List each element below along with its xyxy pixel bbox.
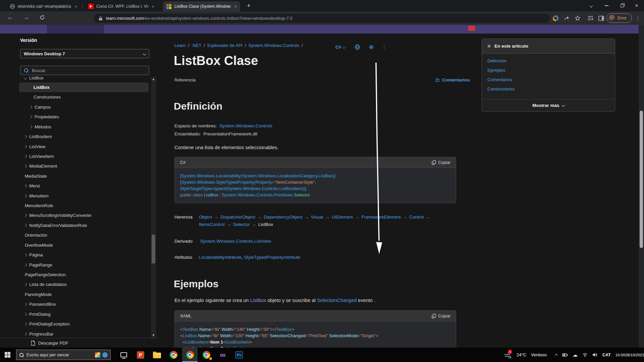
inheritance-link[interactable]: ItemsControl [199, 222, 225, 227]
tab-close-icon[interactable]: × [74, 4, 77, 9]
photoshop-taskbar-button[interactable]: Ps [231, 348, 247, 362]
sidebar-tree-item[interactable]: ListBox [19, 82, 149, 92]
intro-link[interactable]: ListBox [250, 298, 266, 303]
sidebar-search-input[interactable]: Buscar [20, 66, 149, 75]
chrome-taskbar-button[interactable] [199, 348, 214, 362]
start-button[interactable] [5, 352, 10, 358]
derived-link[interactable]: System.Windows.Controls.ListView [200, 239, 271, 244]
copy-button[interactable]: Copiar [432, 314, 450, 318]
taskbar-search-input[interactable]: Escriu aquí per cercar [16, 350, 111, 360]
show-more-button[interactable]: Mostrar más [482, 99, 615, 111]
sidebar-tree-item[interactable]: ListView [19, 142, 149, 152]
keyboard-language-indicator[interactable]: CAT [602, 353, 611, 357]
sidebar-tree-item[interactable]: Propiedades [19, 112, 149, 122]
sidebar-tree-item[interactable]: Métodos [19, 122, 149, 132]
sidebar-tree-item[interactable]: ListBox [19, 76, 149, 83]
back-icon[interactable]: ← [7, 14, 13, 21]
inheritance-link[interactable]: Visual [311, 215, 323, 220]
sidebar-tree-item[interactable]: NotifyDataErrorValidationRule [19, 221, 149, 230]
inheritance-link[interactable]: Control [409, 215, 424, 220]
tab-close-icon[interactable]: × [234, 4, 237, 9]
sidebar-tree-item[interactable]: PanningMode [19, 290, 149, 299]
volume-icon[interactable] [592, 353, 598, 357]
sidebar-tree-item[interactable]: PasswordBox [19, 299, 149, 309]
sidebar-tree-item[interactable]: PrintDialog [19, 309, 149, 319]
sidebar-tree-item[interactable]: Campos [19, 102, 149, 112]
sidebar-tree-item[interactable]: MediaState [19, 171, 149, 181]
breadcrumb-link[interactable]: .NET [192, 43, 202, 48]
sidebar-tree-item[interactable]: Menú [19, 181, 149, 191]
sidebar-tree-item[interactable]: Página [19, 250, 149, 260]
attribute-link[interactable]: LocalizabilityAttribute [199, 255, 241, 260]
inheritance-link[interactable]: DispatcherObject [221, 215, 256, 220]
window-close-button[interactable]: × [630, 0, 643, 11]
scroll-down-icon[interactable]: ▼ [151, 334, 156, 337]
language-selector[interactable]: C# [335, 45, 341, 50]
battery-icon[interactable] [562, 353, 568, 357]
sidebar-tree-item[interactable]: PageRangeSelection [19, 270, 149, 280]
tray-chevron-up-icon[interactable] [555, 353, 557, 357]
onedrive-cloud-icon[interactable]: ☁ [573, 352, 578, 358]
toc-link[interactable]: Ejemplos [487, 68, 609, 73]
wifi-icon[interactable] [582, 353, 588, 357]
browser-menu-icon[interactable]: ⋮ [635, 15, 640, 21]
side-panel-icon[interactable] [598, 15, 604, 21]
sidebar-tree-item[interactable]: OverflowMode [19, 240, 149, 250]
task-view-taskbar-button[interactable] [116, 348, 131, 362]
inheritance-link[interactable]: FrameworkElement [361, 215, 400, 220]
visual-studio-taskbar-button[interactable]: ∞ [215, 348, 230, 362]
sidebar-tree-item[interactable]: Orientación [19, 230, 149, 240]
breadcrumb-link[interactable]: Learn [174, 43, 185, 48]
breadcrumb-link[interactable]: System.Windows.Controls [249, 43, 300, 48]
bookmark-star-icon[interactable] [574, 15, 581, 21]
sidebar-tree-item[interactable]: MenuItemRole [19, 201, 149, 210]
inheritance-link[interactable]: DependencyObject [264, 215, 303, 220]
sidebar-tree-item[interactable]: Constructores [19, 92, 149, 102]
browser-tab[interactable]: Curso C#. WPF. ListBox I. Vídeo 8× [85, 1, 158, 11]
share-icon[interactable] [564, 15, 570, 21]
toc-link[interactable]: Definición [487, 58, 609, 63]
page-scrollbar[interactable] [639, 25, 644, 348]
sidebar-tree-item[interactable]: Lista de candidatos [19, 280, 149, 289]
download-pdf-button[interactable]: Descargar PDF [0, 338, 158, 348]
globe-icon[interactable] [355, 44, 360, 50]
clock[interactable]: 16:00 28/10/2023 [615, 353, 644, 357]
inheritance-link[interactable]: Selector [233, 222, 250, 227]
sidebar-tree-item[interactable]: MenuItem [19, 191, 149, 201]
address-bar[interactable]: learn.microsoft.com/es-es/dotnet/api/sys… [94, 14, 550, 23]
forward-icon[interactable]: → [23, 14, 29, 21]
more-options-icon[interactable]: ⋮ [382, 44, 387, 50]
tab-search-chevron-icon[interactable] [584, 0, 598, 11]
sidebar-scrollbar[interactable]: ▲ ▼ [151, 76, 156, 338]
inheritance-link[interactable]: Object [199, 215, 212, 220]
namespace-link[interactable]: System.Windows.Controls [219, 123, 272, 128]
sidebar-tree-item[interactable]: ListBoxItem [19, 132, 149, 141]
feedback-button[interactable]: Comentarios [435, 77, 470, 82]
sidebar-tree-item[interactable]: MenuScrollingVisibilityConverter [19, 210, 149, 220]
browser-tab[interactable]: elservidor.cat/~elcampalab/cam× [6, 1, 80, 11]
sidebar-tree-item[interactable]: MediaElement [19, 161, 149, 171]
tab-close-icon[interactable]: × [152, 4, 154, 9]
chrome-taskbar-button[interactable] [182, 348, 198, 362]
scroll-up-icon[interactable]: ▲ [151, 77, 156, 81]
add-icon[interactable]: ⊕ [369, 44, 374, 51]
reload-icon[interactable] [40, 15, 45, 22]
inheritance-link[interactable]: UIElement [332, 215, 353, 220]
sidebar-tree-item[interactable]: ListViewItem [19, 152, 149, 161]
sidebar-tree-item[interactable]: PrintDialogException [19, 319, 149, 329]
chrome-taskbar-button[interactable] [166, 348, 181, 362]
attribute-link[interactable]: StyleTypedPropertyAttribute [244, 255, 300, 260]
sidebar-tree-item[interactable]: ProgressBar [19, 329, 149, 338]
page-scroll-thumb[interactable] [640, 111, 643, 248]
sidebar-tree-item[interactable]: PageRange [19, 260, 149, 270]
reading-list-icon[interactable] [587, 15, 594, 21]
new-tab-button[interactable]: + [247, 2, 251, 9]
version-select[interactable]: Windows Desktop 7 [20, 49, 149, 58]
window-restore-button[interactable] [615, 0, 629, 11]
browser-tab[interactable]: ListBox Clase (System.Windows.C× [163, 1, 240, 11]
profile-button[interactable]: Error [606, 13, 632, 23]
sidebar-scroll-thumb[interactable] [152, 235, 155, 263]
copy-button[interactable]: Copiar [432, 160, 450, 165]
powerpoint-taskbar-button[interactable]: P [133, 348, 148, 362]
breadcrumb-link[interactable]: Explorador de API [207, 43, 243, 48]
